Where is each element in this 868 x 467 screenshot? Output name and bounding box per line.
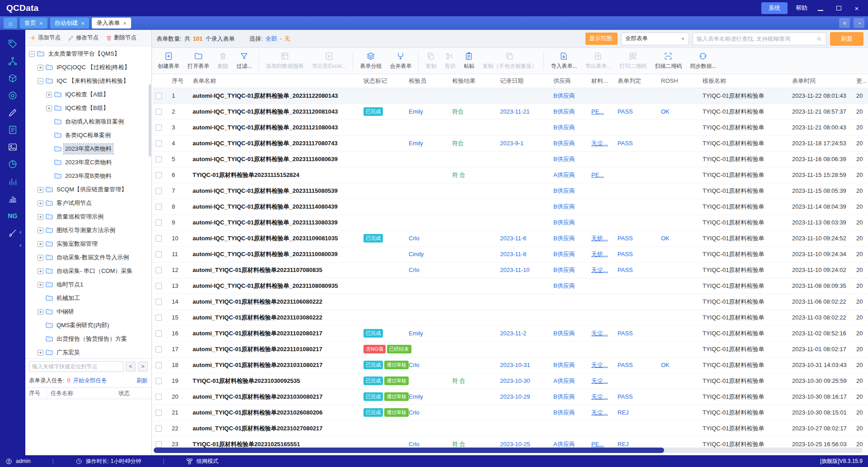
start-all-tasks-link[interactable]: 开始全部任务 [73,377,107,385]
expand-icon[interactable]: + [38,268,43,274]
pie-chart-icon[interactable] [5,156,21,173]
judgement-link[interactable]: PASS [618,235,633,242]
tree-node[interactable]: 2023年度C类物料 [25,156,151,169]
supplier-link[interactable]: B供应商 [553,140,575,147]
tree-node[interactable]: −太友质量管理平台【QMS】 [25,47,151,61]
collapse-icon[interactable]: − [38,78,43,84]
judgement-link[interactable]: PASS [618,362,633,368]
material-link[interactable]: 无尘... [591,330,608,337]
select-all-link[interactable]: 全部 [265,35,277,43]
supplier-link[interactable]: B供应商 [553,362,575,368]
record-date-link[interactable]: 2023-10-29 [500,393,530,400]
judgement-link[interactable]: REJ [618,409,629,416]
close-button[interactable]: × [852,3,862,13]
rosh-link[interactable]: OK [661,108,670,115]
judgement-link[interactable]: PASS [618,108,633,115]
prev-node-button[interactable]: < [126,362,136,372]
tree-node[interactable]: 机械加工 [25,291,151,305]
material-link[interactable]: PE... [591,108,604,115]
open-form-button[interactable]: 打开表单 [184,50,213,72]
filter-button[interactable]: 过滤... [232,50,256,72]
expand-icon[interactable]: + [38,200,43,206]
tab[interactable]: 录入表单× [92,18,131,29]
record-date-link[interactable]: 2023-11-21 [500,108,530,115]
row-checkbox[interactable] [156,140,162,147]
supplier-link[interactable]: B供应商 [553,124,575,131]
system-menu-button[interactable]: 系统 [761,2,788,14]
table-row[interactable]: 19TYIQC-01原材料检验单20231030092535已完成通过审核符 合… [153,373,868,389]
expand-icon[interactable]: + [38,228,43,234]
help-menu-button[interactable]: 帮助 [796,4,807,12]
delete-node-button[interactable]: 删除节点 [106,34,137,42]
material-link[interactable]: 无纺... [591,251,608,257]
table-row[interactable]: 11automi-IQC_TYIQC-01原材料检验单_202311100800… [153,246,868,262]
edit-node-button[interactable]: 修改节点 [68,34,99,42]
row-checkbox[interactable] [156,172,162,178]
tree-node[interactable]: 自动填入检测项目案例 [25,115,151,129]
material-link[interactable]: 无尘... [591,409,608,416]
row-checkbox[interactable] [156,204,162,210]
refresh-button[interactable]: 刷新 [830,32,863,46]
row-checkbox[interactable] [156,378,162,384]
supplier-link[interactable]: B供应商 [553,282,575,289]
row-checkbox[interactable] [156,299,162,305]
record-date-link[interactable]: 2023-11-2 [500,330,526,337]
table-row[interactable]: 10automi-IQC_TYIQC-01原材料检验单_202311090810… [153,230,868,246]
rosh-link[interactable]: OK [661,235,670,242]
record-date-link[interactable]: 2023-11-10 [500,267,530,273]
supplier-link[interactable]: B供应商 [553,156,575,162]
material-link[interactable]: PE... [591,172,604,178]
table-row[interactable]: 17automi_TYIQC-01原材料检验单20231101080217含NG… [153,341,868,357]
expand-icon[interactable]: + [38,187,43,193]
select-none-link[interactable]: 无 [284,35,290,43]
tab[interactable]: 自动创建× [50,18,90,29]
rosh-link[interactable]: OK [661,362,670,368]
bar-chart-icon[interactable] [5,173,21,190]
supplier-link[interactable]: B供应商 [553,393,575,400]
row-checkbox[interactable] [156,251,162,257]
table-row[interactable]: 1automi-IQC_TYIQC-01原材料检验单_2023112208014… [153,88,868,104]
tag-icon[interactable] [5,35,21,52]
inspector-link[interactable]: Crlo [409,235,420,242]
tab-close-icon[interactable]: × [123,20,127,27]
table-row[interactable]: 3automi-IQC_TYIQC-01原材料检验单_2023112108004… [153,119,868,135]
tree-node[interactable]: +客户试用节点 [25,196,151,210]
table-row[interactable]: 21automi_TYIQC-01原材料检验单20231026080206已完成… [153,405,868,420]
form-search-input[interactable] [697,36,816,42]
paste-button[interactable]: 粘贴 [459,50,478,72]
table-row[interactable]: 16automi_TYIQC-01原材料检验单20231102080217已完成… [153,325,868,341]
tree-node[interactable]: +广东宏昊 [25,346,151,358]
judgement-link[interactable]: REJ [618,441,629,448]
judgement-link[interactable]: PASS [618,393,633,400]
judgement-link[interactable]: PASS [618,267,633,273]
supplier-link[interactable]: A供应商 [553,441,575,448]
tree-node[interactable]: +质量巡检管理示例 [25,210,151,224]
home-tab[interactable]: ⌂ [4,18,17,29]
table-row[interactable]: 22automi_TYIQC-01原材料检验单20231027080217TYI… [153,420,868,436]
pencil-icon[interactable] [5,104,21,121]
tab-close-icon[interactable]: × [81,20,85,27]
expand-icon[interactable]: + [38,350,43,356]
expand-icon[interactable]: + [38,214,43,220]
collapse-all-button[interactable]: « [839,18,850,28]
image-icon[interactable] [5,138,21,156]
inspector-link[interactable]: Emily [409,108,423,115]
supplier-link[interactable]: B供应商 [553,92,575,99]
tree-node[interactable]: +临时节点1 [25,278,151,291]
supplier-link[interactable]: A供应商 [553,172,575,178]
table-row[interactable]: 15automi_TYIQC-01原材料检验单20231103080222TYI… [153,310,868,325]
record-date-link[interactable]: 2023-9-1 [500,140,524,147]
supplier-link[interactable]: B供应商 [553,219,575,226]
brush-icon[interactable] [5,224,21,242]
judgement-link[interactable]: PASS [618,330,633,337]
supplier-link[interactable]: B供应商 [553,108,575,115]
supplier-link[interactable]: B供应商 [553,330,575,337]
table-row[interactable]: 7automi-IQC_TYIQC-01原材料检验单_2023111508053… [153,183,868,199]
tree-node[interactable]: −IQC 【来料检验|进料检验】 [25,74,151,88]
tree-node[interactable]: 2023年度A类物料 [25,142,151,156]
refresh-tasks-link[interactable]: 刷新 [137,377,148,385]
table-row[interactable]: 8automi-IQC_TYIQC-01原材料检验单_2023111408043… [153,199,868,214]
tree-search-input[interactable] [29,361,123,372]
tab-list-button[interactable]: ‹ [854,18,864,28]
group-forms-button[interactable]: 表单分组 [356,50,386,72]
